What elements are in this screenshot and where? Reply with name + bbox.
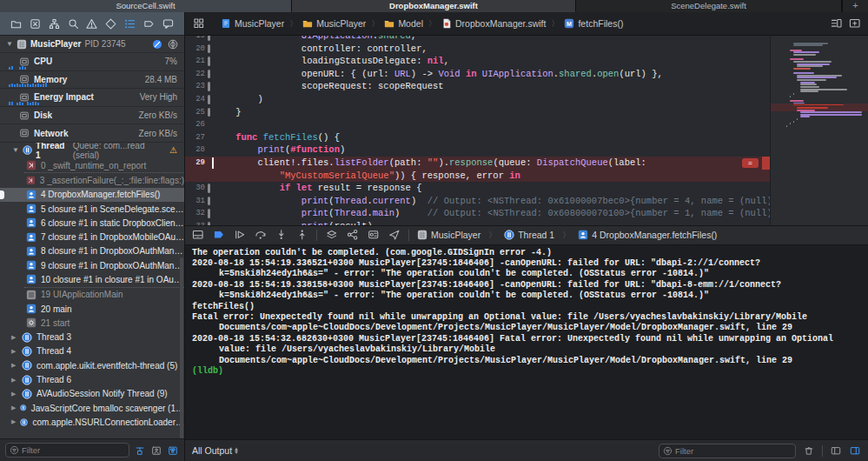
- breadcrumb-musicplayer[interactable]: MusicPlayer: [221, 18, 284, 29]
- code-line-21[interactable]: 21 loadingStatusDelegate: nil,: [185, 55, 771, 68]
- stack-frame-0[interactable]: 0 _swift_runtime_on_report: [0, 158, 184, 172]
- code-line-26[interactable]: 26: [185, 118, 771, 131]
- step-over-icon[interactable]: [254, 229, 267, 242]
- memory-graph-icon[interactable]: [346, 229, 359, 242]
- breadcrumb-musicplayer[interactable]: MusicPlayer: [302, 18, 366, 29]
- code-line-25[interactable]: 25 }: [185, 106, 771, 119]
- code-line-22[interactable]: 22 openURL: { (url: URL) -> Void in UIAp…: [185, 68, 771, 81]
- flat-stack-view-button[interactable]: [134, 444, 146, 457]
- code-line-27[interactable]: 27 func fetchFiles() {: [185, 131, 771, 144]
- console-scope-selector[interactable]: All Output ▲▼: [192, 445, 239, 456]
- disclosure-triangle-icon[interactable]: ▼: [6, 40, 13, 48]
- stack-frame-7[interactable]: 7 closure #1 in DropboxMobileOAu…: [0, 230, 184, 244]
- debug-breadcrumb-1[interactable]: MusicPlayer: [417, 230, 480, 240]
- stack-frame-21[interactable]: 21 start: [0, 316, 184, 330]
- debug-navigator-icon[interactable]: [123, 17, 136, 30]
- minimap-options-icon[interactable]: [830, 17, 843, 30]
- thread-row[interactable]: ▶Thread 4: [0, 344, 184, 358]
- disclosure-collapsed-icon[interactable]: ▶: [11, 418, 16, 425]
- thread-1-row[interactable]: ▼Thread 1Queue: com...read (serial)⚠: [0, 143, 184, 158]
- gauge-row-memory[interactable]: Memory28.4 MB: [0, 71, 184, 90]
- gauge-row-disk[interactable]: DiskZero KB/s: [0, 107, 184, 125]
- trash-icon[interactable]: [803, 444, 815, 457]
- code-line-31[interactable]: 31 print(Thread.current) // Output: <NST…: [185, 195, 771, 208]
- sidebar-scrollbar[interactable]: [180, 257, 183, 438]
- code-area[interactable]: 19 UIApplication.shared,20 controller: c…: [185, 36, 771, 225]
- thread-row[interactable]: ▶Thread 6: [0, 372, 184, 386]
- source-editor[interactable]: 19 UIApplication.shared,20 controller: c…: [185, 36, 868, 225]
- gauge-row-energy-impact[interactable]: Energy ImpactVery High: [0, 89, 184, 107]
- code-line-23[interactable]: 23 scopeRequest: scopeRequest: [185, 80, 771, 93]
- environment-overrides-icon[interactable]: [367, 229, 380, 242]
- step-out-icon[interactable]: [295, 229, 308, 242]
- stack-frame-19[interactable]: 19 UIApplicationMain: [0, 288, 184, 302]
- stack-frame-4[interactable]: 4 DropboxManager.fetchFiles(): [0, 188, 184, 202]
- thread-row[interactable]: ▶Thread 3: [0, 331, 184, 344]
- disclosure-collapsed-icon[interactable]: ▶: [11, 334, 17, 341]
- find-navigator-icon[interactable]: [67, 17, 80, 30]
- disclosure-collapsed-icon[interactable]: ▶: [11, 391, 17, 398]
- project-navigator-icon[interactable]: [10, 17, 23, 30]
- code-line-20[interactable]: 20 controller: controller,: [185, 43, 771, 56]
- show-variables-view-button[interactable]: [830, 444, 842, 457]
- new-tab-button[interactable]: +: [842, 0, 868, 12]
- breadcrumb-model[interactable]: Model: [384, 18, 423, 29]
- disclosure-collapsed-icon[interactable]: ▶: [11, 362, 17, 369]
- disclosure-collapsed-icon[interactable]: ▶: [11, 348, 17, 355]
- process-row[interactable]: ▼MusicPlayerPID 23745: [0, 36, 184, 53]
- editor-minimap[interactable]: [770, 36, 868, 225]
- view-hierarchy-icon[interactable]: [325, 229, 338, 242]
- breadcrumb-fetchfiles-[interactable]: MfetchFiles(): [564, 18, 623, 29]
- hide-debug-area-icon[interactable]: [191, 229, 204, 242]
- code-line-33[interactable]: 33 print(result): [185, 220, 771, 225]
- navigator-filter-field[interactable]: Filter: [5, 443, 129, 458]
- breakpoint-navigator-icon[interactable]: [142, 17, 156, 30]
- code-line-28[interactable]: 28 print(#function): [185, 144, 771, 157]
- stack-frame-3[interactable]: 3 _assertionFailure(_:_:file:line:flags:…: [0, 173, 184, 187]
- thread-row[interactable]: ▶JavaScriptCore bmalloc scavenger (1…: [0, 401, 184, 415]
- breakpoints-toggle-icon[interactable]: [212, 229, 225, 242]
- disclosure-collapsed-icon[interactable]: ▶: [11, 377, 17, 384]
- gauge-row-cpu[interactable]: CPU7%: [0, 53, 184, 71]
- breadcrumb-dropboxmanager-swift[interactable]: DropboxManager.swift: [441, 18, 546, 29]
- stack-frame-20[interactable]: 20 main: [0, 302, 184, 316]
- stack-frame-6[interactable]: 6 closure #1 in static DropboxClien…: [0, 216, 184, 230]
- debug-console[interactable]: The operation couldn't be completed. (co…: [185, 245, 868, 440]
- code-line-wrap[interactable]: "MyCustomSerialQueue")) { response, erro…: [185, 170, 771, 183]
- issue-navigator-icon[interactable]: [85, 17, 98, 30]
- simulate-location-icon[interactable]: [388, 229, 401, 242]
- code-line-30[interactable]: 30 if let result = response {: [185, 182, 771, 195]
- report-navigator-icon[interactable]: [162, 17, 175, 30]
- stack-frame-10[interactable]: 10 closure #1 in closure #1 in OAu…: [0, 272, 184, 286]
- source-control-navigator-icon[interactable]: [29, 17, 42, 30]
- view-mode-icon[interactable]: [168, 39, 178, 50]
- test-navigator-icon[interactable]: [104, 17, 117, 30]
- step-into-icon[interactable]: [275, 229, 288, 242]
- disclosure-triangle-icon[interactable]: ▼: [12, 146, 19, 154]
- error-badge[interactable]: =: [742, 158, 759, 168]
- console-filter-field[interactable]: Filter: [659, 444, 796, 458]
- thread-row[interactable]: ▶com.apple.uikit.eventfetch-thread (5): [0, 358, 184, 372]
- code-line-29[interactable]: 29 client!.files.listFolder(path: "").re…: [185, 157, 771, 170]
- code-line-24[interactable]: 24 ): [185, 93, 771, 106]
- code-line-19[interactable]: 19 UIApplication.shared,: [185, 36, 771, 43]
- code-line-32[interactable]: 32 print(Thread.main) // Output: <NSThre…: [185, 207, 771, 220]
- tab-sourcecell-swift[interactable]: SourceCell.swift: [0, 0, 292, 12]
- stack-frame-8[interactable]: 8 closure #1 in DropboxOAuthMan…: [0, 244, 184, 258]
- processes-view-button[interactable]: [167, 444, 179, 457]
- gauge-row-network[interactable]: NetworkZero KB/s: [0, 124, 184, 143]
- stack-frame-9[interactable]: 9 closure #1 in DropboxOAuthMan…: [0, 258, 184, 272]
- symbol-navigator-icon[interactable]: [48, 17, 61, 30]
- add-editor-icon[interactable]: [848, 17, 861, 30]
- tab-dropboxmanager-swift[interactable]: DropboxManager.swift: [292, 0, 576, 12]
- debug-breadcrumb-3[interactable]: 4 DropboxManager.fetchFiles(): [578, 230, 717, 240]
- threads-view-button[interactable]: [150, 444, 162, 457]
- thread-row[interactable]: ▶com.apple.NSURLConnectionLoader…: [0, 415, 184, 429]
- related-items-icon[interactable]: [192, 17, 205, 30]
- show-console-view-button[interactable]: [849, 444, 861, 457]
- disclosure-collapsed-icon[interactable]: ▶: [11, 404, 16, 411]
- thread-row[interactable]: ▶AVAudioSession Notify Thread (9): [0, 387, 184, 401]
- tab-scenedelegate-swift[interactable]: SceneDelegate.swift: [576, 0, 842, 12]
- pause-debug-icon[interactable]: [152, 39, 162, 50]
- stack-frame-5[interactable]: 5 closure #1 in SceneDelegate.sce…: [0, 202, 184, 216]
